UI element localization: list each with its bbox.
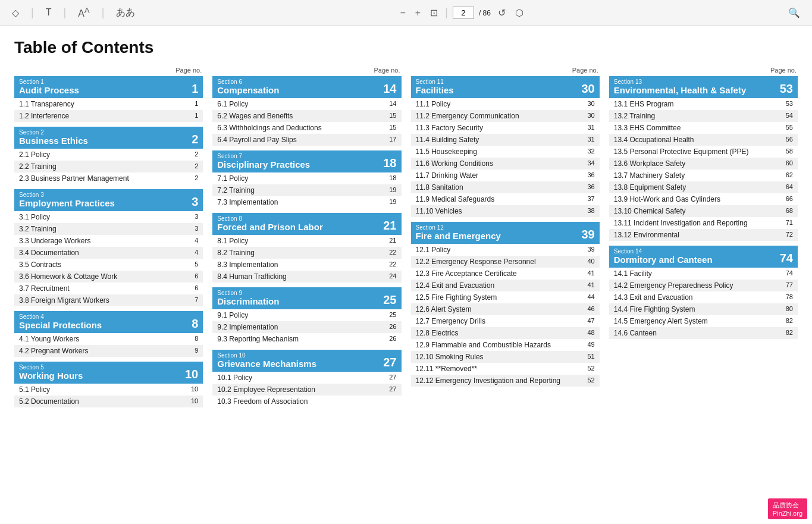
toc-item[interactable]: 3.8 Foreign Migrant Workers7 xyxy=(14,294,203,306)
toc-item[interactable]: 4.1 Young Workers8 xyxy=(14,333,203,345)
zoom-in-button[interactable]: + xyxy=(413,7,423,20)
toc-item[interactable]: 3.1 Policy3 xyxy=(14,211,203,223)
toc-item[interactable]: 3.2 Training3 xyxy=(14,223,203,235)
item-label: 6.1 Policy xyxy=(217,100,248,108)
toc-item[interactable]: 11.5 Housekeeping32 xyxy=(411,146,600,158)
toc-item[interactable]: 3.5 Contracts5 xyxy=(14,259,203,271)
toc-item[interactable]: 14.3 Exit and Evacuation78 xyxy=(609,291,798,303)
item-page: 58 xyxy=(781,148,793,156)
toc-item[interactable]: 14.1 Facility74 xyxy=(609,268,798,280)
item-page: 32 xyxy=(583,148,595,156)
rotate-button[interactable]: ↺ xyxy=(496,6,508,20)
toc-item[interactable]: 6.1 Policy14 xyxy=(212,98,401,110)
toc-item[interactable]: 2.3 Business Partner Management2 xyxy=(14,172,203,184)
section-label: Section 1 xyxy=(19,79,79,85)
toc-item[interactable]: 12.3 Fire Acceptance Certificate41 xyxy=(411,268,600,280)
toc-item[interactable]: 13.4 Occupational Health56 xyxy=(609,134,798,146)
toc-item[interactable]: 14.6 Canteen82 xyxy=(609,327,798,339)
toc-item[interactable]: 13.11 Incident Investigation and Reporti… xyxy=(609,217,798,229)
item-page: 15 xyxy=(385,124,397,132)
toc-item[interactable]: 13.2 Training54 xyxy=(609,110,798,122)
item-page: 14 xyxy=(385,100,397,108)
toc-item[interactable]: 3.3 Underage Workers4 xyxy=(14,235,203,247)
toc-item[interactable]: 9.1 Policy25 xyxy=(212,309,401,321)
page-number-input[interactable] xyxy=(453,7,474,19)
toc-item[interactable]: 11.6 Working Conditions34 xyxy=(411,158,600,170)
toc-item[interactable]: 5.2 Documentation10 xyxy=(14,396,203,407)
toc-item[interactable]: 5.1 Policy10 xyxy=(14,384,203,396)
item-label: 11.3 Factory Security xyxy=(416,124,483,132)
toc-item[interactable]: 12.12 Emergency Investigation and Report… xyxy=(411,375,600,387)
fit-button[interactable]: ⊡ xyxy=(428,6,440,20)
toc-item[interactable]: 11.1 Policy30 xyxy=(411,98,600,110)
toc-item[interactable]: 11.7 Drinking Water36 xyxy=(411,170,600,181)
diamond-icon[interactable]: ◇ xyxy=(10,6,21,20)
toc-item[interactable]: 10.3 Freedom of Association xyxy=(212,396,401,407)
toc-item[interactable]: 12.2 Emergency Response Personnel40 xyxy=(411,256,600,268)
toc-item[interactable]: 7.3 Implementation19 xyxy=(212,196,401,208)
toc-item[interactable]: 1.2 Interference1 xyxy=(14,110,203,122)
toc-item[interactable]: 12.10 Smoking Rules51 xyxy=(411,351,600,363)
toc-item[interactable]: 11.2 Emergency Communication30 xyxy=(411,110,600,122)
item-page: 2 xyxy=(186,162,198,171)
toc-item[interactable]: 10.1 Policy27 xyxy=(212,372,401,384)
item-label: 4.2 Pregnant Workers xyxy=(19,347,89,355)
toc-item[interactable]: 3.7 Recruitment6 xyxy=(14,283,203,294)
toc-item[interactable]: 13.9 Hot-Work and Gas Cylinders66 xyxy=(609,193,798,205)
section-num: 74 xyxy=(775,252,793,265)
toc-item[interactable]: 7.2 Training19 xyxy=(212,184,401,196)
toc-item[interactable]: 12.4 Exit and Evacuation41 xyxy=(411,280,600,291)
toc-item[interactable]: 12.7 Emergency Drills47 xyxy=(411,315,600,327)
toc-item[interactable]: 12.11 **Removed**52 xyxy=(411,363,600,375)
section-block-section-9: Section 9Discrimination259.1 Policy259.2… xyxy=(212,287,401,345)
toc-item[interactable]: 13.6 Workplace Safety60 xyxy=(609,158,798,170)
toc-item[interactable]: 7.1 Policy18 xyxy=(212,172,401,184)
toc-item[interactable]: 11.9 Medical Safeguards37 xyxy=(411,193,600,205)
toc-item[interactable]: 13.7 Machinery Safety62 xyxy=(609,170,798,181)
item-page: 1 xyxy=(186,100,198,108)
toc-item[interactable]: 3.6 Homework & Cottage Work6 xyxy=(14,271,203,283)
text-icon[interactable]: T xyxy=(43,6,54,19)
search-icon[interactable]: 🔍 xyxy=(786,6,802,20)
toc-item[interactable]: 13.5 Personal Protective Equipment (PPE)… xyxy=(609,146,798,158)
item-page: 62 xyxy=(781,171,793,180)
toc-item[interactable]: 8.1 Policy21 xyxy=(212,235,401,247)
toc-item[interactable]: 8.3 Implementation22 xyxy=(212,259,401,271)
toc-item[interactable]: 12.1 Policy39 xyxy=(411,244,600,256)
font-size-icon[interactable]: AA xyxy=(76,5,92,20)
toc-item[interactable]: 13.12 Environmental72 xyxy=(609,229,798,241)
toc-item[interactable]: 6.3 Withholdings and Deductions15 xyxy=(212,122,401,134)
toc-item[interactable]: 6.2 Wages and Benefits15 xyxy=(212,110,401,122)
toc-item[interactable]: 12.6 Alert System46 xyxy=(411,303,600,315)
toc-item[interactable]: 3.4 Documentation4 xyxy=(14,247,203,259)
toc-item[interactable]: 11.3 Factory Security31 xyxy=(411,122,600,134)
toc-item[interactable]: 1.1 Transparency1 xyxy=(14,98,203,110)
toc-item[interactable]: 14.2 Emergency Preparedness Policy77 xyxy=(609,280,798,291)
toc-item[interactable]: 14.5 Emergency Alert System82 xyxy=(609,315,798,327)
aa-icon[interactable]: ああ xyxy=(114,5,137,20)
toc-item[interactable]: 8.4 Human Trafficking24 xyxy=(212,271,401,283)
toc-item[interactable]: 12.9 Flammable and Combustible Hazards49 xyxy=(411,339,600,351)
toc-item[interactable]: 4.2 Pregnant Workers9 xyxy=(14,345,203,357)
toc-item[interactable]: 6.4 Payroll and Pay Slips17 xyxy=(212,134,401,146)
zoom-out-button[interactable]: − xyxy=(398,7,408,20)
toc-item[interactable]: 13.10 Chemical Safety68 xyxy=(609,205,798,217)
toc-item[interactable]: 14.4 Fire Fighting System80 xyxy=(609,303,798,315)
download-button[interactable]: ⬡ xyxy=(513,6,526,20)
section-header-0: Section 6Compensation14 xyxy=(212,76,401,98)
toc-item[interactable]: 13.1 EHS Program53 xyxy=(609,98,798,110)
toc-item[interactable]: 12.5 Fire Fighting System44 xyxy=(411,291,600,303)
toc-item[interactable]: 2.1 Policy2 xyxy=(14,149,203,161)
toc-item[interactable]: 2.2 Training2 xyxy=(14,161,203,172)
item-page: 78 xyxy=(781,293,793,302)
toc-item[interactable]: 11.10 Vehicles38 xyxy=(411,205,600,217)
toc-item[interactable]: 9.2 Implementation26 xyxy=(212,321,401,333)
toc-item[interactable]: 9.3 Reporting Mechanism26 xyxy=(212,333,401,345)
toc-item[interactable]: 13.3 EHS Committee55 xyxy=(609,122,798,134)
toc-item[interactable]: 8.2 Training22 xyxy=(212,247,401,259)
toc-item[interactable]: 12.8 Electrics48 xyxy=(411,327,600,339)
toc-item[interactable]: 13.8 Equipment Safety64 xyxy=(609,181,798,193)
toc-item[interactable]: 11.4 Building Safety31 xyxy=(411,134,600,146)
toc-item[interactable]: 11.8 Sanitation36 xyxy=(411,181,600,193)
toc-item[interactable]: 10.2 Employee Representation27 xyxy=(212,384,401,396)
